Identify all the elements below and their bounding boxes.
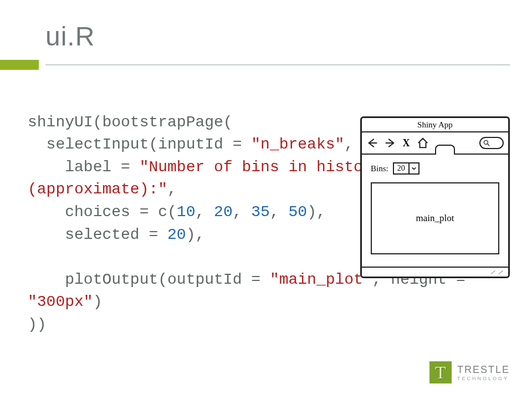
logo-mark: T xyxy=(429,361,452,383)
code-number: 10 xyxy=(177,203,196,221)
logo-line1: TRESTLE xyxy=(457,364,510,376)
svg-point-0 xyxy=(484,140,488,144)
resize-grip-icon: ⟋⟋ xyxy=(489,268,505,276)
bins-dropdown[interactable]: 20 xyxy=(393,162,420,175)
bins-label: Bins: xyxy=(371,164,388,173)
code-number: 50 xyxy=(289,203,308,221)
bins-row: Bins: 20 xyxy=(371,162,499,175)
accent-bar xyxy=(0,60,39,70)
stop-icon[interactable]: X xyxy=(400,136,413,150)
slide-title: ui.R xyxy=(45,21,95,52)
forward-icon[interactable] xyxy=(383,136,396,150)
code-line: selected = xyxy=(28,226,167,243)
code-number: 20 xyxy=(214,203,233,221)
code-line: label = xyxy=(28,158,140,176)
mock-window-title: Shiny App xyxy=(417,120,453,130)
search-box[interactable] xyxy=(479,137,504,149)
divider-rule xyxy=(45,64,510,65)
code-line: shinyUI(bootstrapPage( xyxy=(28,114,233,131)
code-line: selectInput(inputId = xyxy=(28,136,251,153)
code-string: "main_plot" xyxy=(270,271,372,288)
mock-toolbar: X xyxy=(362,132,508,155)
code-number: 20 xyxy=(167,226,186,243)
slide: ui.R shinyUI(bootstrapPage( selectInput(… xyxy=(0,0,532,399)
bins-value: 20 xyxy=(394,163,408,173)
code-number: 35 xyxy=(251,203,270,221)
back-icon[interactable] xyxy=(366,136,380,150)
logo-line2: TECHNOLOGY xyxy=(457,376,510,381)
chevron-down-icon xyxy=(408,163,418,173)
mock-content: Bins: 20 main_plot xyxy=(362,155,508,267)
code-string: "300px" xyxy=(28,293,93,310)
browser-mockup: Shiny App X Bins: xyxy=(360,116,510,278)
plot-placeholder: main_plot xyxy=(371,182,499,254)
mock-statusbar: ⟋⟋ xyxy=(362,267,508,277)
plot-label: main_plot xyxy=(416,213,454,224)
code-string: "n_breaks" xyxy=(251,136,344,153)
tab-icon[interactable] xyxy=(435,145,455,155)
footer-logo: T TRESTLE TECHNOLOGY xyxy=(429,361,510,383)
code-line: choices = c( xyxy=(28,203,177,221)
code-line: plotOutput(outputId = xyxy=(28,271,270,288)
code-line: )) xyxy=(28,316,47,333)
home-icon[interactable] xyxy=(416,136,429,150)
logo-text: TRESTLE TECHNOLOGY xyxy=(457,364,510,381)
mock-titlebar: Shiny App xyxy=(362,118,508,132)
mock-window: Shiny App X Bins: xyxy=(360,116,510,278)
